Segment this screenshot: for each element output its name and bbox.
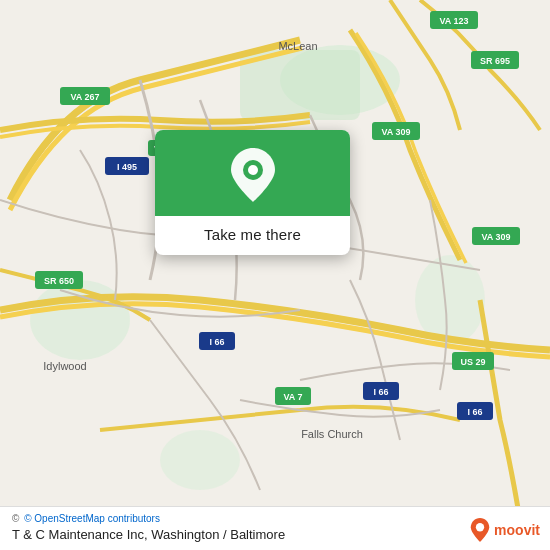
svg-text:VA 309: VA 309 xyxy=(381,127,410,137)
copyright-symbol: © xyxy=(12,513,19,524)
svg-text:I 66: I 66 xyxy=(373,387,388,397)
svg-text:I 495: I 495 xyxy=(117,162,137,172)
openstreetmap-link[interactable]: © OpenStreetMap contributors xyxy=(24,513,160,524)
svg-text:VA 267: VA 267 xyxy=(70,92,99,102)
svg-text:Idylwood: Idylwood xyxy=(43,360,86,372)
popup-header xyxy=(155,130,350,216)
svg-point-3 xyxy=(160,430,240,490)
svg-text:McLean: McLean xyxy=(278,40,317,52)
svg-text:US 29: US 29 xyxy=(460,357,485,367)
moovit-logo: moovit xyxy=(470,518,540,542)
svg-text:VA 309: VA 309 xyxy=(481,232,510,242)
svg-point-36 xyxy=(248,165,258,175)
svg-text:SR 650: SR 650 xyxy=(44,276,74,286)
svg-text:I 66: I 66 xyxy=(209,337,224,347)
svg-text:SR 695: SR 695 xyxy=(480,56,510,66)
svg-point-37 xyxy=(476,523,484,531)
map-container: VA 267 I 495 VA 309 VA 309 VA 123 SR 695… xyxy=(0,0,550,550)
svg-text:VA 7: VA 7 xyxy=(283,392,302,402)
svg-text:I 66: I 66 xyxy=(467,407,482,417)
svg-text:VA 123: VA 123 xyxy=(439,16,468,26)
map-attribution: © © OpenStreetMap contributors xyxy=(12,513,538,524)
moovit-brand-text: moovit xyxy=(494,522,540,538)
bottom-bar: © © OpenStreetMap contributors T & C Mai… xyxy=(0,506,550,550)
location-pin-icon xyxy=(231,148,275,202)
moovit-pin-icon xyxy=(470,518,490,542)
location-title: T & C Maintenance Inc, Washington / Balt… xyxy=(12,527,538,542)
svg-text:Falls Church: Falls Church xyxy=(301,428,363,440)
popup-card: Take me there xyxy=(155,130,350,255)
take-me-there-button[interactable]: Take me there xyxy=(188,216,317,255)
map-background: VA 267 I 495 VA 309 VA 309 VA 123 SR 695… xyxy=(0,0,550,550)
